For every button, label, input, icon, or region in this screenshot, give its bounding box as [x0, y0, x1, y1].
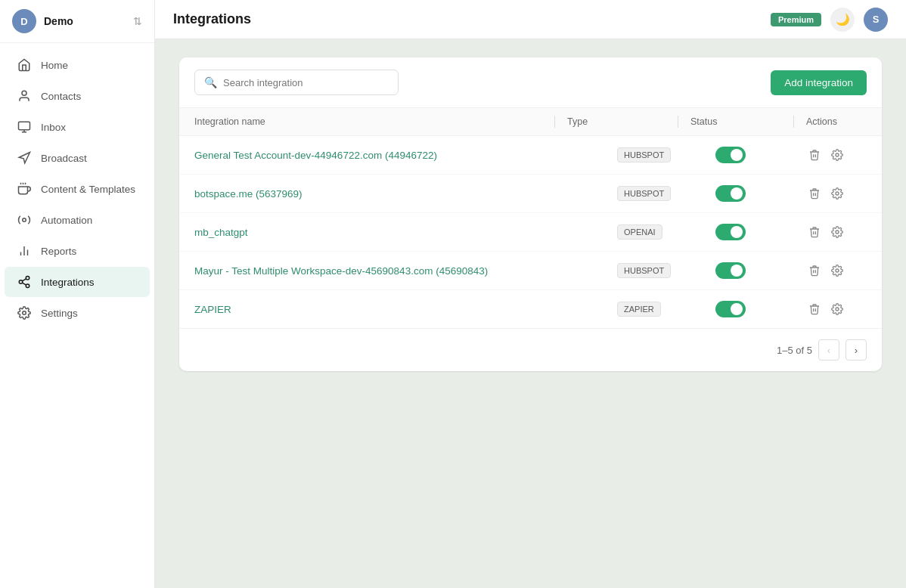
col-header-name: Integration name	[194, 116, 542, 127]
delete-button[interactable]	[806, 301, 823, 317]
svg-point-15	[23, 311, 26, 315]
sidebar-item-content-templates[interactable]: Content & Templates	[5, 174, 150, 204]
theme-toggle-button[interactable]: 🌙	[830, 8, 855, 32]
svg-point-17	[836, 192, 839, 195]
sidebar-item-automation[interactable]: Automation	[5, 205, 150, 235]
col-header-actions: Actions	[806, 116, 867, 127]
svg-point-20	[836, 308, 839, 311]
main-area: Integrations Premium 🌙 S 🔍 Add integrati…	[155, 0, 906, 588]
svg-rect-1	[19, 122, 30, 130]
svg-point-18	[836, 231, 839, 234]
integration-status	[715, 185, 806, 202]
settings-button[interactable]	[829, 224, 845, 240]
pagination-prev-button[interactable]: ‹	[818, 339, 839, 361]
toggle-thumb	[731, 187, 743, 200]
settings-button[interactable]	[829, 301, 845, 317]
delete-button[interactable]	[806, 224, 823, 240]
integration-name-link[interactable]: General Test Account-dev-44946722.com (4…	[194, 150, 617, 161]
status-toggle[interactable]	[715, 301, 806, 317]
integration-type: HUBSPOT	[617, 263, 715, 278]
integration-actions	[806, 262, 867, 279]
svg-point-11	[19, 280, 23, 284]
sidebar-item-content-templates-label: Content & Templates	[41, 184, 135, 195]
integration-name-link[interactable]: Mayur - Test Multiple Workspace-dev-4569…	[194, 265, 617, 277]
add-integration-button[interactable]: Add integration	[771, 70, 867, 95]
workspace-avatar: D	[12, 9, 36, 33]
svg-point-10	[26, 277, 29, 280]
svg-point-12	[26, 284, 29, 288]
sidebar: D Demo ⇅ Home Contacts Inbox	[0, 0, 155, 588]
nav-list: Home Contacts Inbox Broadcast Content & …	[0, 43, 154, 588]
col-divider-3	[793, 116, 794, 128]
table-header: Integration name Type Status Actions	[179, 107, 882, 136]
svg-line-14	[22, 279, 26, 281]
pagination-next-button[interactable]: ›	[845, 339, 867, 361]
integration-name-link[interactable]: botspace.me (5637969)	[194, 188, 617, 200]
sidebar-item-integrations-label: Integrations	[41, 277, 95, 288]
integration-type: HUBSPOT	[617, 186, 715, 201]
sidebar-item-automation-label: Automation	[41, 215, 92, 226]
type-badge: ZAPIER	[617, 302, 661, 317]
col-divider-1	[554, 116, 555, 128]
integration-status	[715, 301, 806, 317]
table-row: General Test Account-dev-44946722.com (4…	[179, 136, 882, 175]
reports-icon	[17, 243, 32, 258]
delete-button[interactable]	[806, 147, 823, 163]
sidebar-item-reports-label: Reports	[41, 246, 76, 257]
pagination-info: 1–5 of 5	[777, 345, 812, 356]
toggle-thumb	[731, 303, 743, 315]
toggle-track	[715, 147, 746, 163]
type-badge: HUBSPOT	[617, 263, 671, 278]
integration-type: HUBSPOT	[617, 147, 715, 162]
integration-name-link[interactable]: mb_chatgpt	[194, 227, 617, 238]
user-avatar[interactable]: S	[864, 8, 888, 32]
settings-button[interactable]	[829, 262, 845, 279]
svg-marker-2	[19, 153, 29, 163]
content-area: 🔍 Add integration Integration name Type …	[155, 39, 906, 588]
integration-status	[715, 224, 806, 240]
chevron-icon: ⇅	[133, 15, 142, 27]
delete-button[interactable]	[806, 185, 823, 202]
broadcast-icon	[17, 150, 32, 166]
status-toggle[interactable]	[715, 185, 806, 202]
svg-point-0	[22, 91, 26, 95]
sidebar-item-settings[interactable]: Settings	[5, 298, 150, 328]
table-row: Mayur - Test Multiple Workspace-dev-4569…	[179, 252, 882, 290]
search-input[interactable]	[223, 77, 389, 88]
type-badge: HUBSPOT	[617, 186, 671, 201]
toggle-thumb	[731, 226, 743, 238]
status-toggle[interactable]	[715, 147, 806, 163]
sidebar-item-inbox[interactable]: Inbox	[5, 112, 150, 142]
sidebar-item-contacts[interactable]: Contacts	[5, 81, 150, 111]
card-toolbar: 🔍 Add integration	[179, 57, 882, 107]
svg-point-6	[23, 218, 26, 222]
col-divider-2	[678, 116, 678, 128]
col-header-type: Type	[567, 116, 666, 127]
integration-type: OPENAI	[617, 224, 715, 240]
sidebar-item-home[interactable]: Home	[5, 50, 150, 80]
toggle-track	[715, 224, 746, 240]
workspace-header[interactable]: D Demo ⇅	[0, 0, 154, 43]
status-toggle[interactable]	[715, 224, 806, 240]
sidebar-item-reports[interactable]: Reports	[5, 236, 150, 266]
integration-actions	[806, 224, 867, 240]
status-toggle[interactable]	[715, 262, 806, 279]
integration-name-link[interactable]: ZAPIER	[194, 304, 617, 315]
integrations-card: 🔍 Add integration Integration name Type …	[179, 57, 882, 371]
sidebar-item-broadcast[interactable]: Broadcast	[5, 143, 150, 173]
col-header-status: Status	[690, 116, 781, 127]
search-icon: 🔍	[204, 76, 217, 88]
toggle-track	[715, 262, 746, 279]
settings-button[interactable]	[829, 185, 845, 202]
svg-line-13	[22, 283, 26, 285]
settings-button[interactable]	[829, 147, 845, 163]
inbox-icon	[17, 119, 32, 135]
sidebar-item-integrations[interactable]: Integrations	[5, 267, 150, 297]
topbar: Integrations Premium 🌙 S	[155, 0, 906, 39]
integration-actions	[806, 301, 867, 317]
delete-button[interactable]	[806, 262, 823, 279]
table-body: General Test Account-dev-44946722.com (4…	[179, 136, 882, 328]
contacts-icon	[17, 88, 32, 104]
type-badge: OPENAI	[617, 224, 662, 240]
sidebar-item-broadcast-label: Broadcast	[41, 153, 87, 164]
